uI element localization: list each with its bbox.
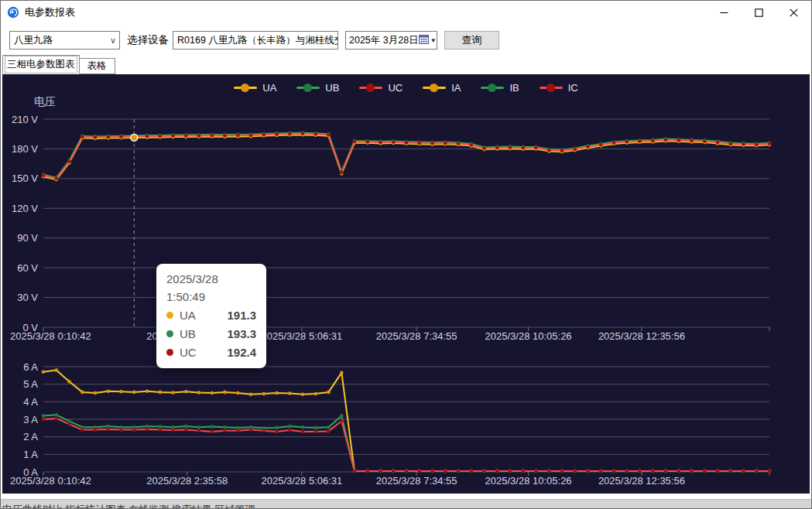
tooltip-time: 2025/3/28 1:50:49 xyxy=(166,270,256,306)
background-window-strip: 电压曲线对比 指标统计图表 在线监测 搜索结果 区域管理 xyxy=(1,499,811,509)
voltage-chart[interactable]: 210 V180 V150 V120 V90 V60 V30 V0 V2025/… xyxy=(2,105,810,349)
device-label: 选择设备 xyxy=(127,33,169,47)
legend-label: IC xyxy=(568,82,578,94)
svg-text:2 A: 2 A xyxy=(23,431,38,442)
tooltip-series-name: UA xyxy=(180,309,196,322)
tab-table[interactable]: 表格 xyxy=(80,58,115,74)
legend-item-ic[interactable]: IC xyxy=(540,82,578,94)
svg-text:2025/3/28 5:06:31: 2025/3/28 5:06:31 xyxy=(262,330,343,342)
svg-text:2025/3/28 10:05:26: 2025/3/28 10:05:26 xyxy=(485,475,572,487)
maximize-button[interactable] xyxy=(742,1,776,24)
legend-item-ub[interactable]: UB xyxy=(296,82,339,94)
legend-item-ua[interactable]: UA xyxy=(234,82,276,94)
legend-dot-icon xyxy=(366,84,375,92)
svg-text:2025/3/28 0:10:42: 2025/3/28 0:10:42 xyxy=(10,475,91,487)
tooltip-series-value: 193.3 xyxy=(227,327,256,340)
svg-text:1 A: 1 A xyxy=(23,449,38,460)
svg-text:4 A: 4 A xyxy=(23,396,38,408)
app-window: 电参数报表 八里九路 ∨ 选择设备 R0169 八里九路（长丰路）与湘桂线交 ∨… xyxy=(0,0,812,509)
svg-text:2025/3/28 12:35:56: 2025/3/28 12:35:56 xyxy=(598,330,685,342)
svg-text:120 V: 120 V xyxy=(12,203,38,214)
legend-dot-icon xyxy=(546,84,555,92)
legend-dot-icon xyxy=(303,84,312,92)
svg-text:90 V: 90 V xyxy=(17,232,38,244)
legend-line-icon xyxy=(296,87,320,90)
legend-line-icon xyxy=(540,87,563,90)
legend-line-icon xyxy=(423,87,446,90)
legend-label: UC xyxy=(388,82,403,94)
svg-text:150 V: 150 V xyxy=(12,173,38,184)
query-button[interactable]: 查询 xyxy=(444,31,499,50)
svg-text:2025/3/28 10:05:26: 2025/3/28 10:05:26 xyxy=(485,330,572,342)
svg-text:210 V: 210 V xyxy=(12,114,38,125)
svg-text:2025/3/28 2:35:58: 2025/3/28 2:35:58 xyxy=(146,475,228,487)
close-button[interactable] xyxy=(776,1,811,24)
minimize-button[interactable] xyxy=(707,1,742,24)
svg-text:6 A: 6 A xyxy=(23,361,38,373)
legend-label: UA xyxy=(262,82,276,94)
legend-line-icon xyxy=(481,87,504,90)
legend-item-ia[interactable]: IA xyxy=(423,82,461,94)
date-picker-value: 2025年 3月28日 xyxy=(349,34,419,47)
close-icon xyxy=(790,9,797,15)
legend-dot-icon xyxy=(241,84,249,92)
tooltip-series-name: UB xyxy=(180,327,196,340)
svg-text:2025/3/28 0:10:42: 2025/3/28 0:10:42 xyxy=(10,330,91,342)
current-chart[interactable]: 6 A5 A4 A3 A2 A1 A0 A2025/3/28 0:10:4220… xyxy=(2,359,810,492)
svg-text:3 A: 3 A xyxy=(23,414,38,425)
legend-line-icon xyxy=(234,87,257,90)
legend-dot-icon xyxy=(430,84,438,92)
legend-label: IA xyxy=(451,82,461,94)
window-gap xyxy=(1,494,811,499)
tooltip-series-value: 192.4 xyxy=(227,346,256,359)
title-bar: 电参数报表 xyxy=(1,1,811,24)
tab-strip: 三相电参数图表 表格 xyxy=(1,56,811,74)
calendar-icon xyxy=(419,34,429,46)
device-select-value: R0169 八里九路（长丰路）与湘桂线交 xyxy=(177,34,338,47)
svg-text:2025/3/28 12:35:56: 2025/3/28 12:35:56 xyxy=(598,475,685,487)
legend-item-uc[interactable]: UC xyxy=(359,82,403,94)
chevron-down-icon: ∨ xyxy=(107,36,116,46)
svg-text:30 V: 30 V xyxy=(17,292,38,303)
legend-label: UB xyxy=(325,82,339,94)
dropdown-arrow-icon: ▼ xyxy=(430,37,437,44)
svg-text:180 V: 180 V xyxy=(12,143,38,155)
app-icon xyxy=(7,6,19,19)
tooltip-series-value: 191.3 xyxy=(227,309,256,322)
series-dot-icon xyxy=(166,330,173,337)
window-title: 电参数报表 xyxy=(25,5,75,19)
tooltip-row: UC 192.4 xyxy=(166,343,256,361)
toolbar: 八里九路 ∨ 选择设备 R0169 八里九路（长丰路）与湘桂线交 ∨ 2025年… xyxy=(1,24,811,56)
chart-legend: UAUBUCIAIBIC xyxy=(2,82,810,94)
legend-label: IB xyxy=(509,82,519,94)
svg-text:60 V: 60 V xyxy=(17,262,38,274)
legend-dot-icon xyxy=(488,84,496,92)
station-select[interactable]: 八里九路 ∨ xyxy=(9,31,120,50)
tooltip-series-name: UC xyxy=(180,346,197,359)
tooltip-row: UA 191.3 xyxy=(166,306,256,324)
station-select-value: 八里九路 xyxy=(14,34,53,47)
tooltip-row: UB 193.3 xyxy=(166,324,256,343)
series-dot-icon xyxy=(166,349,173,356)
chart-tooltip: 2025/3/28 1:50:49 UA 191.3 UB 193.3 UC 1… xyxy=(156,264,266,368)
tab-table-label: 表格 xyxy=(87,60,107,73)
date-picker[interactable]: 2025年 3月28日 ▼ xyxy=(345,31,437,50)
svg-text:2025/3/28 5:06:31: 2025/3/28 5:06:31 xyxy=(262,475,343,487)
tab-chart[interactable]: 三相电参数图表 xyxy=(2,55,80,74)
tab-chart-label: 三相电参数图表 xyxy=(7,58,75,71)
svg-text:2025/3/28 7:34:55: 2025/3/28 7:34:55 xyxy=(376,475,457,487)
maximize-icon xyxy=(755,9,762,15)
legend-line-icon xyxy=(359,87,382,90)
svg-text:5 A: 5 A xyxy=(23,378,38,390)
background-strip-text: 电压曲线对比 指标统计图表 在线监测 搜索结果 区域管理 xyxy=(1,503,811,509)
device-select[interactable]: R0169 八里九路（长丰路）与湘桂线交 ∨ xyxy=(173,31,338,50)
series-dot-icon xyxy=(166,312,173,319)
chart-panel: UAUBUCIAIBIC 电压 210 V180 V150 V120 V90 V… xyxy=(2,74,810,494)
svg-text:2025/3/28 7:34:55: 2025/3/28 7:34:55 xyxy=(376,330,457,342)
legend-item-ib[interactable]: IB xyxy=(481,82,519,94)
